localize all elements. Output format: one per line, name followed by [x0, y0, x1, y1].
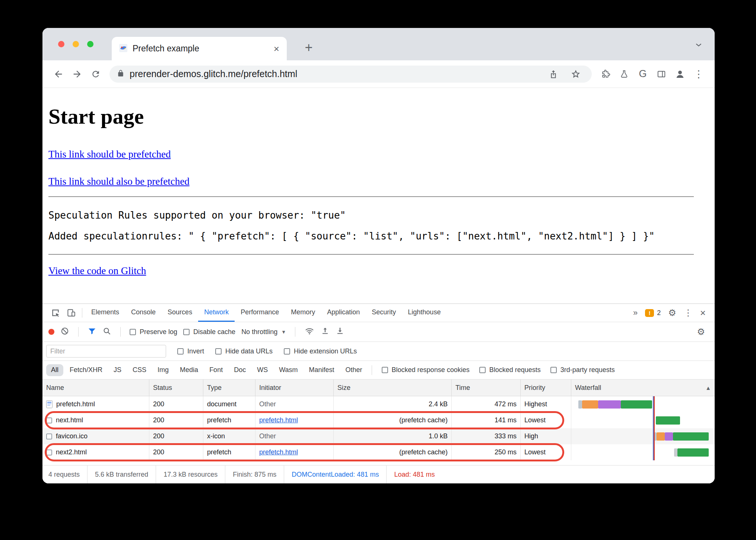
- column-header-initiator[interactable]: Initiator: [255, 379, 334, 396]
- type-chip-all[interactable]: All: [46, 364, 63, 376]
- profile-avatar-icon[interactable]: [671, 66, 689, 83]
- devtools-tab-console[interactable]: Console: [125, 304, 162, 322]
- hide-data-urls-checkbox[interactable]: Hide data URLs: [215, 347, 273, 355]
- minimize-window-button[interactable]: [73, 41, 79, 47]
- type-chip-js[interactable]: JS: [109, 364, 126, 376]
- zoom-window-button[interactable]: [87, 41, 93, 47]
- devtools-tab-network[interactable]: Network: [198, 304, 235, 322]
- tab-strip-chevron-icon[interactable]: [694, 40, 703, 51]
- google-g-icon[interactable]: G: [634, 66, 651, 83]
- devtools-close-icon[interactable]: ×: [700, 308, 706, 318]
- waterfall-bar: [665, 432, 673, 441]
- hide-extension-urls-checkbox[interactable]: Hide extension URLs: [284, 347, 357, 355]
- extra-filter-checkbox[interactable]: Blocked response cookies: [382, 366, 470, 374]
- checkbox-icon: [550, 367, 557, 373]
- prefetch-link-1[interactable]: This link should be prefetched: [48, 149, 171, 160]
- reload-icon[interactable]: [87, 66, 104, 83]
- type-chip-media[interactable]: Media: [175, 364, 203, 376]
- devtools-tab-performance[interactable]: Performance: [235, 304, 285, 322]
- request-time: 141 ms: [452, 412, 521, 428]
- devtools-tab-application[interactable]: Application: [321, 304, 366, 322]
- forward-icon[interactable]: [69, 66, 86, 83]
- request-initiator[interactable]: prefetch.html: [259, 448, 298, 456]
- throttling-dropdown[interactable]: No throttling ▼: [241, 328, 286, 336]
- page-content: Start page This link should be prefetche…: [42, 88, 715, 304]
- column-header-size[interactable]: Size: [334, 379, 452, 396]
- browser-tab[interactable]: Prefetch example ×: [112, 37, 287, 60]
- issues-badge[interactable]: ! 2: [645, 309, 661, 317]
- network-request-row[interactable]: favicon.ico 200 x-icon Other 1.0 kB 333 …: [42, 428, 715, 444]
- network-request-row[interactable]: next.html 200 prefetch prefetch.html (pr…: [42, 412, 715, 428]
- device-toolbar-icon[interactable]: [63, 304, 79, 322]
- type-chip-manifest[interactable]: Manifest: [304, 364, 339, 376]
- type-chip-wasm[interactable]: Wasm: [274, 364, 302, 376]
- devtools-tab-bar: ElementsConsoleSourcesNetworkPerformance…: [42, 304, 715, 322]
- type-chip-font[interactable]: Font: [204, 364, 228, 376]
- network-filter-bar: Invert Hide data URLs Hide extension URL…: [42, 342, 715, 361]
- invert-checkbox[interactable]: Invert: [177, 347, 204, 355]
- export-har-icon[interactable]: [336, 327, 344, 337]
- filter-input[interactable]: [46, 345, 166, 358]
- side-panel-icon[interactable]: [653, 66, 670, 83]
- type-chip-doc[interactable]: Doc: [229, 364, 251, 376]
- request-initiator[interactable]: prefetch.html: [259, 416, 298, 424]
- back-icon[interactable]: [50, 66, 67, 83]
- type-chip-fetch-xhr[interactable]: Fetch/XHR: [65, 364, 107, 376]
- column-header-time[interactable]: Time: [452, 379, 521, 396]
- devtools-tab-security[interactable]: Security: [366, 304, 402, 322]
- devtools-settings-gear-icon[interactable]: ⚙: [668, 308, 676, 318]
- tab-strip: Prefetch example × +: [42, 28, 715, 60]
- network-conditions-wifi-icon[interactable]: [304, 327, 315, 337]
- network-request-row[interactable]: next2.html 200 prefetch prefetch.html (p…: [42, 444, 715, 460]
- url-text[interactable]: prerender-demos.glitch.me/prefetch.html: [130, 69, 540, 79]
- share-icon[interactable]: [545, 66, 562, 83]
- network-request-row[interactable]: prefetch.html 200 document Other 2.4 kB …: [42, 396, 715, 412]
- devtools-tab-sources[interactable]: Sources: [162, 304, 198, 322]
- speculation-support-text: Speculation Rules supported on your brow…: [48, 210, 694, 221]
- checkbox-icon: [177, 348, 184, 355]
- waterfall-bar: [656, 416, 680, 425]
- column-header-status[interactable]: Status: [149, 379, 203, 396]
- extensions-puzzle-icon[interactable]: [597, 66, 614, 83]
- prefetch-link-2[interactable]: This link should also be prefetched: [48, 176, 190, 187]
- flask-icon[interactable]: [616, 66, 633, 83]
- glitch-code-link[interactable]: View the code on Glitch: [48, 265, 146, 277]
- network-table-header: NameStatusTypeInitiatorSizeTimePriorityW…: [42, 379, 715, 396]
- type-chip-ws[interactable]: WS: [252, 364, 273, 376]
- clear-icon[interactable]: [60, 327, 69, 337]
- column-header-priority[interactable]: Priority: [521, 379, 571, 396]
- request-priority: Highest: [521, 396, 571, 412]
- preserve-log-checkbox[interactable]: Preserve log: [130, 328, 177, 336]
- type-chip-img[interactable]: Img: [153, 364, 174, 376]
- bookmark-star-icon[interactable]: [567, 66, 584, 83]
- tab-title: Prefetch example: [133, 44, 269, 54]
- request-status: 200: [149, 428, 203, 444]
- import-har-icon[interactable]: [321, 327, 330, 337]
- type-chip-css[interactable]: CSS: [128, 364, 151, 376]
- type-chip-other[interactable]: Other: [341, 364, 367, 376]
- inspect-element-icon[interactable]: [48, 304, 63, 322]
- search-icon[interactable]: [102, 327, 111, 337]
- extra-filter-checkbox[interactable]: 3rd-party requests: [550, 366, 615, 374]
- column-header-type[interactable]: Type: [203, 379, 255, 396]
- separator: [82, 308, 82, 318]
- more-tabs-icon[interactable]: »: [633, 308, 638, 318]
- checkbox-icon: [284, 348, 290, 355]
- tab-close-icon[interactable]: ×: [274, 44, 279, 54]
- close-window-button[interactable]: [58, 41, 64, 47]
- devtools-menu-kebab-icon[interactable]: ⋮: [684, 308, 693, 318]
- extra-filter-checkbox[interactable]: Blocked requests: [479, 366, 541, 374]
- devtools-tab-memory[interactable]: Memory: [285, 304, 321, 322]
- network-settings-gear-icon[interactable]: ⚙: [697, 327, 705, 337]
- filter-funnel-icon[interactable]: [88, 327, 96, 337]
- column-header-name[interactable]: Name: [42, 379, 149, 396]
- request-waterfall: [571, 444, 715, 460]
- devtools-tab-lighthouse[interactable]: Lighthouse: [402, 304, 447, 322]
- record-button[interactable]: [48, 329, 54, 335]
- devtools-tab-elements[interactable]: Elements: [85, 304, 125, 322]
- disable-cache-checkbox[interactable]: Disable cache: [183, 328, 235, 336]
- browser-menu-kebab-icon[interactable]: ⋮: [690, 66, 707, 83]
- column-header-waterfall[interactable]: Waterfall▲: [571, 379, 715, 396]
- address-bar[interactable]: prerender-demos.glitch.me/prefetch.html: [109, 66, 592, 83]
- new-tab-button[interactable]: +: [300, 39, 317, 56]
